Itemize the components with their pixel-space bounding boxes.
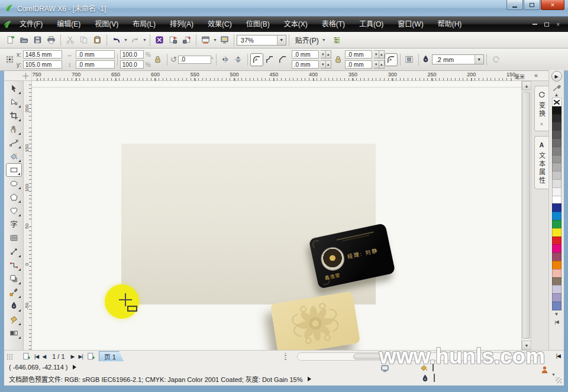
scale-x-field[interactable]: 100.0: [120, 50, 144, 59]
rotation-angle-field[interactable]: .0: [178, 56, 211, 64]
outline-width-combo[interactable]: .2 mm ▼: [432, 54, 484, 64]
color-swatch-#6b6b6b[interactable]: [552, 138, 561, 147]
outline-width-arrow-icon[interactable]: ▼: [475, 55, 483, 64]
chamfered-corner-button[interactable]: [276, 53, 289, 66]
scroll-up-icon[interactable]: ▲: [522, 81, 531, 90]
menu-item-编辑(E)[interactable]: 编辑(E): [50, 17, 88, 32]
tool-interactive-fill[interactable]: [6, 326, 22, 340]
no-color-swatch[interactable]: [552, 98, 561, 106]
import-button[interactable]: [166, 33, 180, 47]
first-page-button[interactable]: |◀: [34, 354, 38, 359]
color-swatch-#20308d[interactable]: [552, 203, 561, 212]
color-swatch-#dfdfdf[interactable]: [552, 179, 561, 188]
minimize-button[interactable]: [506, 0, 523, 10]
corner-bl-spinner[interactable]: ▼▲: [321, 60, 331, 69]
menu-item-窗口(W)[interactable]: 窗口(W): [390, 17, 430, 32]
color-swatch-#555555[interactable]: [552, 130, 561, 139]
export-button[interactable]: [180, 33, 193, 47]
save-button[interactable]: [31, 33, 44, 47]
tool-polygon[interactable]: [6, 190, 22, 204]
doc-restore-icon[interactable]: [544, 22, 549, 27]
tool-connector[interactable]: [6, 258, 22, 272]
undo-dropdown-icon[interactable]: ▼: [124, 38, 128, 42]
menu-item-文件(F)[interactable]: 文件(F): [12, 17, 50, 32]
tool-text[interactable]: 字: [6, 218, 22, 231]
palette-eyedropper-icon[interactable]: [552, 83, 561, 92]
corner-tl-spinner[interactable]: ▼▲: [321, 50, 331, 59]
palette-scroll-down-icon[interactable]: ▼: [554, 312, 559, 318]
quick-customize-button[interactable]: ▶: [551, 71, 562, 82]
mirror-horizontal-button[interactable]: [219, 53, 232, 66]
edit-corners-lock-button[interactable]: [331, 53, 345, 67]
object-width-field[interactable]: .0 mm: [76, 50, 115, 59]
page-tab[interactable]: 页 1: [99, 351, 124, 361]
expand-marker-icon[interactable]: [73, 365, 76, 370]
zoom-level-combo[interactable]: 37% ▼: [237, 35, 286, 46]
tool-shape[interactable]: [6, 95, 22, 109]
color-swatch-#404040[interactable]: [552, 122, 561, 131]
ruler-origin[interactable]: [4, 71, 32, 80]
menu-item-布局(L)[interactable]: 布局(L): [125, 17, 163, 32]
new-document-button[interactable]: [4, 33, 17, 47]
color-swatch-#f3b9ad[interactable]: [552, 269, 561, 278]
scale-y-field[interactable]: 100.0: [120, 60, 144, 69]
tool-basic-shapes[interactable]: [6, 204, 22, 218]
color-swatch-#7084c0[interactable]: [552, 302, 561, 310]
outline-color-swatch[interactable]: [434, 374, 435, 382]
tool-zoom-pan[interactable]: [6, 122, 22, 136]
welcome-screen-button[interactable]: [218, 33, 231, 47]
color-swatch-#e01f26[interactable]: [552, 237, 561, 245]
color-swatch-#989898[interactable]: [552, 155, 561, 164]
next-page-button[interactable]: ▶: [71, 354, 75, 359]
paste-button[interactable]: [91, 33, 104, 47]
color-swatch-#ffffff[interactable]: [552, 196, 561, 205]
restore-button[interactable]: [524, 0, 540, 10]
scalloped-corner-button[interactable]: [263, 53, 276, 66]
color-swatch-#e30880[interactable]: [552, 244, 561, 253]
y-position-field[interactable]: 105.0 mm: [23, 60, 62, 69]
fill-none-swatch[interactable]: [433, 363, 434, 371]
last-page-button[interactable]: ▶|: [79, 354, 83, 359]
lock-ratio-button[interactable]: [151, 53, 164, 67]
vertical-scroll-thumb[interactable]: [522, 92, 530, 339]
docker-tab-变换[interactable]: 变换×: [534, 86, 548, 131]
expand-marker-icon[interactable]: [308, 377, 311, 381]
menu-item-表格(T)[interactable]: 表格(T): [315, 17, 352, 32]
cream-business-card[interactable]: [270, 291, 360, 350]
search-content-button[interactable]: [153, 33, 166, 47]
doc-close-icon[interactable]: ×: [556, 21, 560, 28]
outline-pen-status-icon[interactable]: [421, 374, 430, 383]
x-position-field[interactable]: 148.5 mm: [23, 50, 62, 59]
tool-dimension[interactable]: [6, 245, 22, 258]
navigator-grip-icon[interactable]: [5, 353, 14, 362]
color-swatch-#9c4a68[interactable]: [552, 252, 561, 261]
print-button[interactable]: [44, 33, 58, 47]
tool-ellipse[interactable]: [6, 177, 22, 190]
tool-pick[interactable]: [6, 82, 22, 95]
snap-to-button[interactable]: 贴齐(P) ▼: [292, 34, 330, 47]
menu-item-效果(C)[interactable]: 效果(C): [201, 17, 239, 32]
collapse-dockers-icon[interactable]: «: [534, 72, 538, 79]
user-account-icon[interactable]: [540, 365, 549, 374]
scroll-right-end-icon[interactable]: |◀: [556, 353, 560, 359]
application-launcher-button[interactable]: [199, 33, 212, 47]
color-swatch-#877663[interactable]: [552, 277, 561, 286]
add-page-button-2[interactable]: [86, 352, 95, 361]
add-page-button[interactable]: [22, 352, 31, 361]
tool-drop-shadow[interactable]: [6, 272, 22, 286]
docker-close-icon[interactable]: ×: [540, 121, 543, 127]
drawing-canvas[interactable]: 经理: 刘静 鑫浩堂: [32, 81, 521, 350]
color-swatch-#0f86d0[interactable]: [552, 212, 561, 221]
zoom-combo-arrow-icon[interactable]: ▼: [277, 35, 286, 45]
black-business-card[interactable]: 经理: 刘静 鑫浩堂: [309, 223, 396, 289]
menu-item-帮助(H)[interactable]: 帮助(H): [431, 17, 469, 32]
color-swatch-#ccc8de[interactable]: [552, 285, 561, 294]
wrap-paragraph-text-button[interactable]: [403, 53, 416, 66]
menu-item-排列(A)[interactable]: 排列(A): [163, 17, 201, 32]
resize-grip[interactable]: [556, 377, 561, 383]
object-height-field[interactable]: .0 mm: [76, 60, 115, 69]
horizontal-scroll-thumb[interactable]: [353, 354, 410, 359]
menu-item-位图(B)[interactable]: 位图(B): [239, 17, 277, 32]
placed-image[interactable]: 经理: 刘静 鑫浩堂: [121, 144, 376, 304]
scroll-down-icon[interactable]: ▼: [522, 341, 531, 350]
